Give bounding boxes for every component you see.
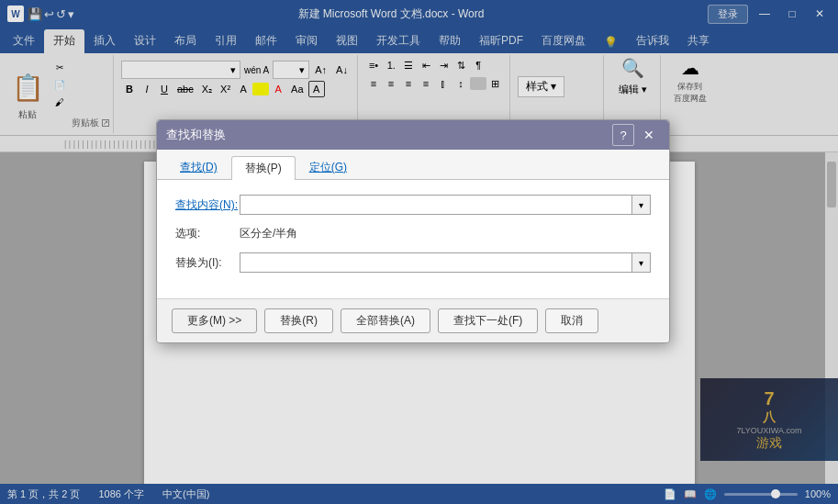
cancel-button[interactable]: 取消 [545, 308, 598, 333]
dialog-tab-find[interactable]: 查找(D) [166, 155, 231, 179]
dialog-footer: 更多(M) >> 替换(R) 全部替换(A) 查找下一处(F) 取消 [157, 298, 669, 342]
dialog-titlebar: 查找和替换 ? ✕ [157, 120, 669, 150]
options-row: 选项: 区分全/半角 [175, 226, 651, 241]
options-value: 区分全/半角 [240, 226, 297, 241]
dialog-body: 查找内容(N): ▾ 选项: 区分全/半角 替换为(I): ▾ [157, 180, 669, 298]
replace-all-button[interactable]: 全部替换(A) [341, 308, 430, 333]
dialog-close-button[interactable]: ✕ [638, 124, 660, 146]
replace-input-dropdown[interactable]: ▾ [631, 253, 650, 272]
find-input[interactable] [240, 196, 631, 214]
dialog-help-button[interactable]: ? [612, 124, 634, 146]
more-button[interactable]: 更多(M) >> [172, 308, 257, 333]
dialog-tab-replace[interactable]: 替换(P) [231, 156, 296, 180]
find-replace-dialog: 查找和替换 ? ✕ 查找(D) 替换(P) 定位(G) 查找内容(N): ▾ 选… [156, 119, 670, 343]
dialog-tab-goto[interactable]: 定位(G) [296, 155, 361, 179]
dialog-title: 查找和替换 [166, 127, 612, 143]
replace-input-wrap: ▾ [240, 252, 651, 273]
dialog-tabs: 查找(D) 替换(P) 定位(G) [157, 150, 669, 180]
find-row: 查找内容(N): ▾ [175, 195, 651, 215]
replace-row: 替换为(I): ▾ [175, 252, 651, 273]
find-input-wrap: ▾ [240, 195, 651, 215]
find-next-button[interactable]: 查找下一处(F) [438, 308, 538, 333]
find-label: 查找内容(N): [175, 197, 240, 213]
replace-input[interactable] [240, 253, 631, 272]
replace-button[interactable]: 替换(R) [264, 308, 333, 333]
options-label: 选项: [175, 226, 240, 241]
replace-label: 替换为(I): [175, 255, 240, 271]
find-input-dropdown[interactable]: ▾ [631, 196, 650, 214]
